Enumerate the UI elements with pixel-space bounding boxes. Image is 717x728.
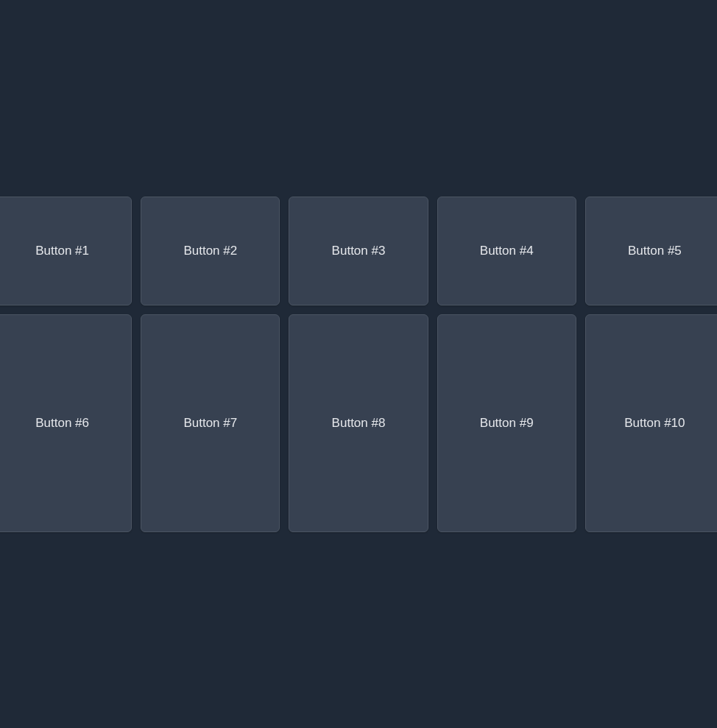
button-row-2: Button #6 Button #7 Button #8 Button #9 …: [0, 310, 717, 537]
button-8[interactable]: Button #8: [289, 314, 428, 532]
button-label: Button #6: [35, 416, 89, 431]
button-10[interactable]: Button #10: [585, 314, 717, 532]
button-1[interactable]: Button #1: [0, 197, 132, 305]
button-label: Button #9: [480, 416, 534, 431]
button-label: Button #4: [480, 244, 534, 258]
button-3[interactable]: Button #3: [289, 197, 428, 305]
button-9[interactable]: Button #9: [437, 314, 576, 532]
button-label: Button #10: [624, 416, 685, 431]
button-row-1: Button #1 Button #2 Button #3 Button #4 …: [0, 192, 717, 310]
button-label: Button #7: [183, 416, 237, 431]
button-label: Button #2: [183, 244, 237, 258]
button-2[interactable]: Button #2: [141, 197, 280, 305]
button-4[interactable]: Button #4: [437, 197, 576, 305]
button-label: Button #1: [35, 244, 89, 258]
button-6[interactable]: Button #6: [0, 314, 132, 532]
button-label: Button #5: [628, 244, 682, 258]
button-5[interactable]: Button #5: [585, 197, 717, 305]
button-7[interactable]: Button #7: [141, 314, 280, 532]
button-label: Button #3: [332, 244, 386, 258]
button-grid-container: Button #1 Button #2 Button #3 Button #4 …: [0, 0, 717, 728]
button-label: Button #8: [332, 416, 386, 431]
